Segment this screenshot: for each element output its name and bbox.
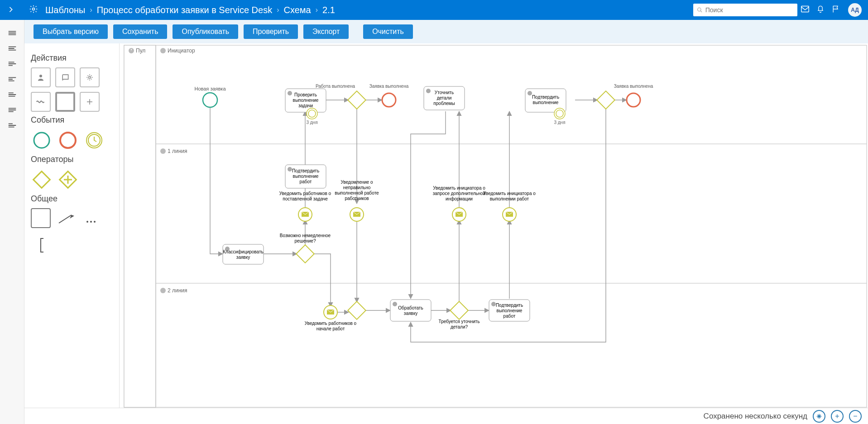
svg-text:детали: детали: [437, 95, 452, 100]
palette-add-task[interactable]: [80, 92, 100, 112]
svg-point-23: [203, 93, 217, 107]
palette-process-task[interactable]: [31, 92, 51, 112]
svg-text:поставленной задаче: поставленной задаче: [283, 196, 328, 201]
flag-icon[interactable]: [828, 4, 844, 16]
svg-text:неправильно: неправильно: [343, 185, 371, 190]
svg-text:Заявка выполнена: Заявка выполнена: [369, 84, 409, 89]
svg-rect-15: [124, 45, 156, 407]
check-button[interactable]: Проверить: [244, 24, 298, 39]
mail-icon[interactable]: [797, 4, 813, 16]
svg-text:Подтвердить: Подтвердить: [496, 303, 523, 308]
svg-text:3 дня: 3 дня: [554, 120, 565, 125]
palette-service-task[interactable]: [80, 67, 100, 87]
node-check-task-timer: 3 дня: [306, 108, 317, 125]
node-confirm-work-l2[interactable]: Подтвердить выполнение работ: [489, 300, 530, 321]
palette-bracket[interactable]: [31, 234, 53, 256]
avatar[interactable]: АД: [848, 3, 862, 17]
settings-icon[interactable]: [29, 5, 38, 16]
palette-events-title: События: [31, 115, 113, 125]
node-confirm-work-l1[interactable]: Подтвердить выполнение работ: [285, 165, 326, 188]
svg-text:Уведомить инициатора о: Уведомить инициатора о: [433, 186, 485, 191]
palette-subprocess[interactable]: [55, 92, 75, 112]
svg-text:выполнение: выполнение: [533, 100, 559, 105]
svg-point-52: [288, 167, 292, 172]
crumb-version[interactable]: 2.1: [322, 5, 335, 15]
search-input[interactable]: [705, 6, 794, 14]
publish-button[interactable]: Опубликовать: [173, 24, 238, 39]
palette-script-task[interactable]: [55, 67, 75, 87]
crumb-templates[interactable]: Шаблоны: [45, 5, 85, 15]
action-toolbar: Выбрать версию Сохранить Опубликовать Пр…: [24, 20, 868, 43]
bell-icon[interactable]: [813, 4, 828, 16]
palette-end-event[interactable]: [57, 129, 79, 151]
svg-text:задачи: задачи: [298, 103, 313, 108]
clear-button[interactable]: Очистить: [363, 24, 413, 39]
svg-point-35: [382, 93, 396, 107]
crumb-scheme[interactable]: Схема: [283, 5, 311, 15]
svg-text:Уведомить работников о: Уведомить работников о: [305, 321, 357, 326]
rail-item-1[interactable]: [0, 25, 24, 41]
svg-text:решение?: решение?: [295, 238, 316, 243]
export-button[interactable]: Экспорт: [303, 24, 349, 39]
rail-item-2[interactable]: [0, 41, 24, 56]
svg-text:выполнение: выполнение: [293, 174, 319, 179]
rail-item-3[interactable]: [0, 56, 24, 71]
svg-text:Уведомить работников о: Уведомить работников о: [279, 191, 331, 196]
breadcrumb: Шаблоны› Процесс обработки заявки в Serv…: [45, 5, 335, 15]
svg-point-5: [34, 133, 49, 148]
pool-label: Пул: [136, 48, 145, 54]
svg-text:Уведомление о: Уведомление о: [340, 180, 373, 185]
svg-text:заявку: заявку: [236, 255, 250, 260]
svg-point-3: [39, 75, 42, 77]
svg-text:проблемы: проблемы: [433, 101, 455, 106]
svg-point-6: [60, 133, 76, 148]
node-process-request[interactable]: Обработать заявку: [390, 300, 431, 321]
left-rail: [0, 20, 24, 424]
svg-text:Проверить: Проверить: [294, 92, 317, 97]
node-classify[interactable]: Классифицировать заявку: [223, 244, 264, 264]
svg-text:Уведомить инициатора о: Уведомить инициатора о: [483, 191, 536, 196]
rail-item-5[interactable]: [0, 87, 24, 102]
palette-dotted[interactable]: [82, 208, 103, 230]
svg-text:информации: информации: [446, 196, 473, 201]
search-box[interactable]: [693, 4, 797, 16]
node-clarify-details[interactable]: Уточнить детали проблемы: [424, 86, 465, 110]
svg-text:начале работ: начале работ: [317, 326, 345, 331]
palette-timer-event[interactable]: [83, 129, 105, 151]
svg-point-50: [627, 93, 640, 107]
rail-item-6[interactable]: [0, 102, 24, 118]
palette-start-event[interactable]: [31, 129, 53, 151]
select-version-button[interactable]: Выбрать версию: [34, 24, 108, 39]
svg-point-4: [89, 76, 91, 79]
status-saved-text: Сохранено несколько секунд: [704, 412, 807, 421]
fit-icon[interactable]: [813, 410, 825, 423]
svg-point-42: [528, 91, 532, 95]
svg-rect-14: [124, 45, 867, 407]
svg-text:Подтвердить: Подтвердить: [292, 168, 319, 173]
svg-point-13: [94, 221, 96, 223]
palette-annotation[interactable]: [31, 208, 51, 228]
svg-text:выполнении работ: выполнении работ: [490, 196, 529, 201]
zoom-out-icon[interactable]: −: [849, 410, 862, 423]
palette-xor-gateway[interactable]: [31, 169, 53, 191]
svg-text:Новая заявка: Новая заявка: [194, 86, 226, 91]
crumb-process[interactable]: Процесс обработки заявки в Service Desk: [97, 5, 272, 15]
svg-text:детали?: детали?: [451, 324, 468, 329]
svg-point-0: [33, 8, 35, 10]
lane-line1-label: 1 линия: [168, 148, 187, 154]
svg-text:Заявка выполнена: Заявка выполнена: [614, 84, 653, 89]
svg-text:выполнение: выполнение: [497, 308, 523, 313]
expand-nav-icon[interactable]: [6, 5, 15, 15]
svg-point-37: [426, 89, 431, 93]
rail-item-7[interactable]: [0, 118, 24, 133]
svg-point-19: [160, 48, 166, 53]
palette-parallel-gateway[interactable]: [57, 169, 79, 191]
palette-user-task[interactable]: [31, 67, 51, 87]
diagram-canvas[interactable]: Пул Инициатор 1 линия 2 линия: [120, 43, 868, 408]
zoom-in-icon[interactable]: +: [831, 410, 844, 423]
svg-point-88: [393, 302, 397, 306]
rail-item-4[interactable]: [0, 71, 24, 87]
svg-text:Работа выполнена: Работа выполнена: [316, 84, 355, 89]
save-button[interactable]: Сохранить: [113, 24, 168, 39]
palette-sequence-flow[interactable]: [55, 208, 77, 230]
